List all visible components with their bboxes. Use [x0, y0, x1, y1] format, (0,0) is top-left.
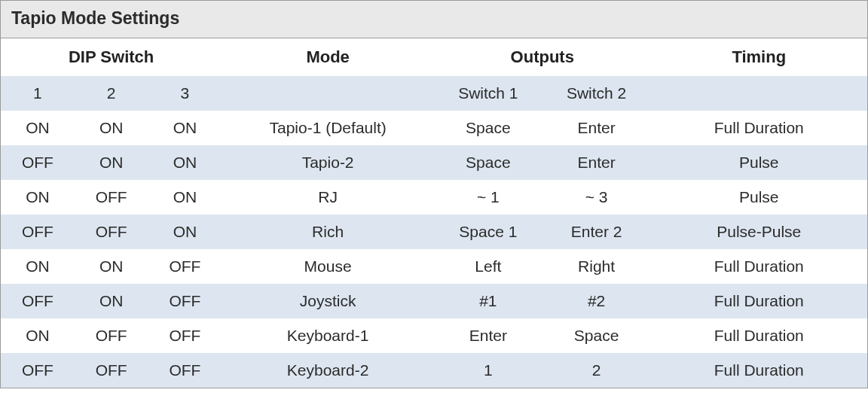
cell-d1: ON: [1, 249, 75, 284]
cell-mode: Keyboard-1: [222, 318, 434, 353]
cell-d1: ON: [1, 111, 75, 145]
cell-d1: ON: [1, 180, 75, 215]
subheader-d2: 2: [75, 76, 148, 111]
cell-d2: ON: [75, 111, 148, 145]
cell-out2: 2: [542, 353, 651, 388]
cell-timing: Full Duration: [651, 249, 868, 284]
header-row: DIP Switch Mode Outputs Timing: [1, 38, 867, 76]
subheader-mode: [222, 76, 434, 111]
cell-mode: Tapio-2: [222, 145, 434, 180]
table-row: ON ON ON Tapio-1 (Default) Space Enter F…: [1, 111, 867, 145]
table-row: ON ON OFF Mouse Left Right Full Duration: [1, 249, 867, 284]
cell-out2: Enter 2: [542, 215, 651, 249]
cell-d3: ON: [148, 215, 222, 249]
cell-d1: OFF: [1, 145, 75, 180]
cell-d3: ON: [148, 145, 222, 180]
cell-out2: Enter: [542, 145, 651, 180]
cell-timing: Pulse: [651, 180, 868, 215]
header-timing: Timing: [651, 38, 868, 76]
subheader-out1: Switch 1: [434, 76, 542, 111]
subheader-d1: 1: [1, 76, 75, 111]
cell-d1: ON: [1, 318, 75, 353]
cell-d1: OFF: [1, 353, 75, 388]
table-row: OFF OFF OFF Keyboard-2 1 2 Full Duration: [1, 353, 867, 388]
cell-d2: OFF: [75, 180, 148, 215]
cell-mode: RJ: [222, 180, 434, 215]
table-row: ON OFF ON RJ ~ 1 ~ 3 Pulse: [1, 180, 867, 215]
cell-out2: Right: [542, 249, 651, 284]
cell-timing: Full Duration: [651, 318, 868, 353]
header-dip-switch: DIP Switch: [1, 38, 222, 76]
cell-d1: OFF: [1, 284, 75, 318]
cell-d3: OFF: [148, 249, 222, 284]
cell-out1: Space: [434, 111, 542, 145]
header-mode: Mode: [222, 38, 434, 76]
cell-mode: Mouse: [222, 249, 434, 284]
tapio-mode-table: DIP Switch Mode Outputs Timing 1 2 3 Swi…: [1, 38, 867, 388]
cell-d3: ON: [148, 180, 222, 215]
cell-out2: ~ 3: [542, 180, 651, 215]
table-row: ON OFF OFF Keyboard-1 Enter Space Full D…: [1, 318, 867, 353]
cell-mode: Tapio-1 (Default): [222, 111, 434, 145]
subheader-d3: 3: [148, 76, 222, 111]
cell-out2: Space: [542, 318, 651, 353]
cell-out1: ~ 1: [434, 180, 542, 215]
subheader-timing: [651, 76, 868, 111]
cell-mode: Rich: [222, 215, 434, 249]
cell-timing: Pulse-Pulse: [651, 215, 868, 249]
cell-d1: OFF: [1, 215, 75, 249]
cell-d2: OFF: [75, 353, 148, 388]
cell-out1: #1: [434, 284, 542, 318]
cell-mode: Keyboard-2: [222, 353, 434, 388]
table-row: OFF ON ON Tapio-2 Space Enter Pulse: [1, 145, 867, 180]
cell-timing: Pulse: [651, 145, 868, 180]
cell-timing: Full Duration: [651, 284, 868, 318]
tapio-mode-settings-panel: Tapio Mode Settings DIP Switch Mode Outp…: [0, 0, 868, 388]
cell-mode: Joystick: [222, 284, 434, 318]
cell-d3: OFF: [148, 318, 222, 353]
table-row: OFF OFF ON Rich Space 1 Enter 2 Pulse-Pu…: [1, 215, 867, 249]
header-outputs: Outputs: [434, 38, 651, 76]
cell-out2: Enter: [542, 111, 651, 145]
cell-out1: 1: [434, 353, 542, 388]
cell-out1: Space 1: [434, 215, 542, 249]
cell-d2: OFF: [75, 215, 148, 249]
cell-d2: ON: [75, 249, 148, 284]
panel-title: Tapio Mode Settings: [1, 0, 867, 38]
cell-out2: #2: [542, 284, 651, 318]
cell-out1: Enter: [434, 318, 542, 353]
cell-d3: ON: [148, 111, 222, 145]
cell-d2: ON: [75, 284, 148, 318]
cell-d2: OFF: [75, 318, 148, 353]
subheader-out2: Switch 2: [542, 76, 651, 111]
cell-out1: Space: [434, 145, 542, 180]
cell-d2: ON: [75, 145, 148, 180]
cell-timing: Full Duration: [651, 111, 868, 145]
cell-d3: OFF: [148, 284, 222, 318]
table-row: OFF ON OFF Joystick #1 #2 Full Duration: [1, 284, 867, 318]
cell-d3: OFF: [148, 353, 222, 388]
cell-out1: Left: [434, 249, 542, 284]
cell-timing: Full Duration: [651, 353, 868, 388]
subheader-row: 1 2 3 Switch 1 Switch 2: [1, 76, 867, 111]
